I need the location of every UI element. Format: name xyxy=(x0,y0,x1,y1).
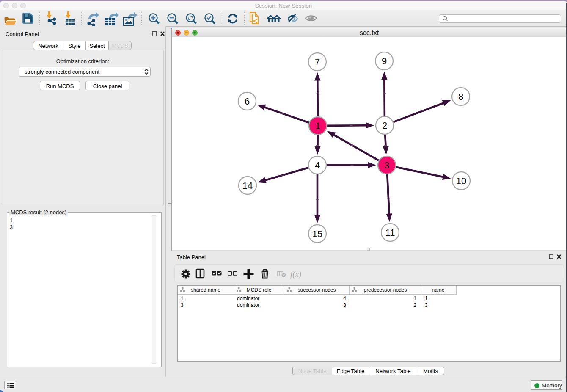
svg-text:4: 4 xyxy=(315,160,320,171)
svg-text:3: 3 xyxy=(384,160,389,171)
svg-text:6: 6 xyxy=(245,96,250,107)
svg-text:15: 15 xyxy=(312,229,322,239)
svg-text:8: 8 xyxy=(458,91,463,102)
svg-text:14: 14 xyxy=(242,180,253,191)
svg-text:1: 1 xyxy=(315,121,320,131)
svg-text:7: 7 xyxy=(315,57,320,67)
svg-text:10: 10 xyxy=(456,176,466,186)
svg-text:9: 9 xyxy=(382,56,387,66)
svg-text:11: 11 xyxy=(385,227,395,238)
svg-text:f(x): f(x) xyxy=(290,270,301,279)
svg-text:2: 2 xyxy=(382,120,387,131)
